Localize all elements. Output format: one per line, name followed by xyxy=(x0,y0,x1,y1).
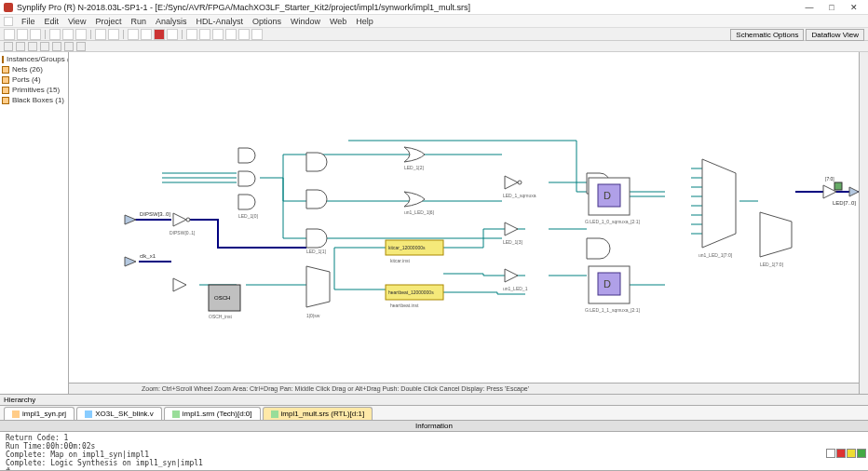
menu-view[interactable]: View xyxy=(63,17,90,26)
tree-ports[interactable]: Ports (4) xyxy=(2,74,66,85)
svg-rect-19 xyxy=(834,182,842,190)
sqmuxa0-label: G:LED_1_0_sqmuxa_[2:1] xyxy=(585,219,641,224)
tool-b-icon[interactable] xyxy=(199,29,210,40)
menu-help[interactable]: Help xyxy=(351,17,378,26)
hierarchy-label-text: Hierarchy xyxy=(4,396,35,404)
folder-icon xyxy=(2,87,9,94)
minimize-button[interactable]: — xyxy=(799,2,820,13)
tool-stop-icon[interactable] xyxy=(167,29,178,40)
schematic-options-button[interactable]: Schematic Options xyxy=(730,29,804,41)
stool-full-icon[interactable] xyxy=(76,42,86,51)
console-output[interactable]: Return Code: 1 Run Time:00h:00m:02s Comp… xyxy=(0,432,868,471)
dataflow-view-button[interactable]: Dataflow View xyxy=(806,29,864,41)
gate-label: LED_1[0] xyxy=(238,213,258,219)
tree-label: Black Boxes (1) xyxy=(12,96,64,104)
menubar: File Edit View Project Run Analysis HDL-… xyxy=(0,15,868,28)
concat-label: un1_LED_1[7:0] xyxy=(698,252,733,258)
gate-label: DIPSW[0..1] xyxy=(170,230,196,236)
menu-project[interactable]: Project xyxy=(90,17,126,26)
tool-d-icon[interactable] xyxy=(225,29,237,40)
help-hint-bar: Zoom: Ctrl+Scroll Wheel Zoom Area: Ctrl+… xyxy=(69,383,859,394)
folder-icon xyxy=(2,97,9,104)
close-button[interactable]: ✕ xyxy=(844,2,864,13)
svg-marker-10 xyxy=(505,222,518,236)
status-square-icon xyxy=(826,449,835,458)
tab-label: impl1.srm (Tech)[d:0] xyxy=(183,410,252,418)
concat-mux: un1_LED_1[7:0] xyxy=(698,159,736,258)
toolbar-schematic xyxy=(0,41,868,52)
tool-cut-icon[interactable] xyxy=(49,29,61,40)
sqmuxa-0: D G:LED_1_0_sqmuxa_[2:1] xyxy=(585,178,641,224)
stool-fit-icon[interactable] xyxy=(64,42,74,51)
tool-find-icon[interactable] xyxy=(128,29,139,40)
port-clk: clk_x1 xyxy=(125,253,156,266)
outmux-label: LED_1[7:0] xyxy=(760,262,784,267)
zoom-help-text: Zoom: Ctrl+Scroll Wheel Zoom Area: Ctrl+… xyxy=(142,385,529,392)
tool-run-icon[interactable] xyxy=(154,29,165,40)
tree-label: Instances/Groups (4) xyxy=(7,55,69,63)
stool-up-icon[interactable] xyxy=(28,42,37,51)
menu-hdlanalyst[interactable]: HDL-Analyst xyxy=(191,17,248,26)
osch-label: OSCH xyxy=(214,295,230,301)
tab-rtl[interactable]: impl1_mult.srs (RTL)[d:1] xyxy=(263,407,373,420)
vertical-scrollbar[interactable] xyxy=(859,52,868,394)
buf-mid: LED_1_sqmuxa LED_1[3] un1_LED_1 xyxy=(503,176,536,291)
menu-window[interactable]: Window xyxy=(286,17,325,26)
tool-redo-icon[interactable] xyxy=(108,29,119,40)
tree-blackboxes[interactable]: Black Boxes (1) xyxy=(2,95,66,105)
tab-tech[interactable]: impl1.srm (Tech)[d:0] xyxy=(164,407,261,420)
tree-primitives[interactable]: Primitives (15) xyxy=(2,85,66,95)
menu-web[interactable]: Web xyxy=(325,17,351,26)
titlebar: Synplify Pro (R) N-2018.03L-SP1-1 - [E:/… xyxy=(0,0,868,15)
mux-label: 1|0|sw xyxy=(306,313,320,318)
tool-new-icon[interactable] xyxy=(4,29,15,40)
folder-icon xyxy=(2,66,9,74)
d-letter: D xyxy=(604,190,611,201)
menu-file[interactable]: File xyxy=(17,17,40,26)
mux-small xyxy=(306,266,330,307)
tree-label: Nets (26) xyxy=(12,65,43,74)
heartbeat-block: heartbeat_12000000s heartbeat.inst xyxy=(386,285,443,308)
osch-block: OSCH OSCH_inst xyxy=(209,285,240,319)
tool-e-icon[interactable] xyxy=(238,29,250,40)
tab-verilog[interactable]: XO3L_SK_blink.v xyxy=(76,407,162,420)
port-dipsw: DIPSW[3..0] xyxy=(125,211,170,224)
tree-label: Ports (4) xyxy=(12,75,41,84)
stool-back-icon[interactable] xyxy=(4,42,13,51)
menu-run[interactable]: Run xyxy=(126,17,151,26)
menu-analysis[interactable]: Analysis xyxy=(151,17,192,26)
tool-f-icon[interactable] xyxy=(251,29,263,40)
svg-marker-16 xyxy=(702,159,736,248)
tree-nets[interactable]: Nets (26) xyxy=(2,64,66,74)
stool-zoomout-icon[interactable] xyxy=(52,42,61,51)
tool-copy-icon[interactable] xyxy=(62,29,74,40)
tool-c-icon[interactable] xyxy=(212,29,224,40)
gate-label: LED_1[2] xyxy=(404,165,424,170)
stool-zoomin-icon[interactable] xyxy=(40,42,49,51)
output-mux: LED_1[7:0] xyxy=(760,212,792,267)
menu-edit[interactable]: Edit xyxy=(40,17,64,26)
schematic-icon xyxy=(271,410,278,418)
separator xyxy=(90,30,91,39)
hierarchy-tree[interactable]: Instances/Groups (4) Nets (26) Ports (4)… xyxy=(0,52,69,394)
status-green-icon xyxy=(857,449,866,458)
tool-undo-icon[interactable] xyxy=(95,29,106,40)
tool-paste-icon[interactable] xyxy=(75,29,87,40)
tool-zoom-icon[interactable] xyxy=(141,29,152,40)
tab-prj[interactable]: impl1_syn.prj xyxy=(4,407,75,420)
tool-save-icon[interactable] xyxy=(30,29,41,40)
tool-open-icon[interactable] xyxy=(17,29,28,40)
stool-fwd-icon[interactable] xyxy=(16,42,25,51)
menu-options[interactable]: Options xyxy=(248,17,286,26)
schematic-canvas[interactable]: DIPSW[3..0] clk_x1 DIPSW[0..1] xyxy=(69,52,859,383)
tool-a-icon[interactable] xyxy=(186,29,197,40)
svg-point-9 xyxy=(518,181,522,184)
status-indicators xyxy=(826,449,866,458)
hierarchy-panel-label: Hierarchy xyxy=(0,395,868,406)
tree-instances[interactable]: Instances/Groups (4) xyxy=(2,54,66,64)
view-mode-buttons: Schematic Options Dataflow View xyxy=(730,29,864,41)
svg-marker-4 xyxy=(173,278,186,291)
maximize-button[interactable]: □ xyxy=(821,2,842,13)
clk-buffer xyxy=(173,278,186,291)
folder-icon xyxy=(2,56,4,63)
